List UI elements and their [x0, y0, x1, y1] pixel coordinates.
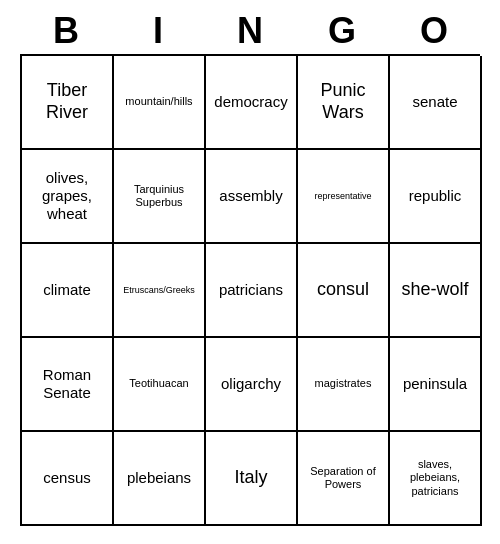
bingo-letter-o: O	[388, 10, 480, 52]
cell-2-3: consul	[298, 244, 390, 338]
cell-4-2: Italy	[206, 432, 298, 526]
cell-4-3: Separation of Powers	[298, 432, 390, 526]
cell-2-2: patricians	[206, 244, 298, 338]
cell-4-1: plebeians	[114, 432, 206, 526]
bingo-letter-n: N	[204, 10, 296, 52]
cell-1-4: republic	[390, 150, 482, 244]
cell-0-2: democracy	[206, 56, 298, 150]
cell-0-0: Tiber River	[22, 56, 114, 150]
cell-3-4: peninsula	[390, 338, 482, 432]
cell-2-4: she-wolf	[390, 244, 482, 338]
cell-1-0: olives, grapes, wheat	[22, 150, 114, 244]
cell-4-0: census	[22, 432, 114, 526]
cell-0-4: senate	[390, 56, 482, 150]
cell-1-1: Tarquinius Superbus	[114, 150, 206, 244]
cell-0-3: Punic Wars	[298, 56, 390, 150]
cell-1-2: assembly	[206, 150, 298, 244]
cell-2-1: Etruscans/Greeks	[114, 244, 206, 338]
cell-0-1: mountain/hills	[114, 56, 206, 150]
bingo-letter-i: I	[112, 10, 204, 52]
cell-1-3: representative	[298, 150, 390, 244]
cell-3-0: Roman Senate	[22, 338, 114, 432]
cell-2-0: climate	[22, 244, 114, 338]
cell-3-3: magistrates	[298, 338, 390, 432]
bingo-letter-b: B	[20, 10, 112, 52]
bingo-letter-g: G	[296, 10, 388, 52]
bingo-header: BINGO	[20, 10, 480, 52]
cell-3-1: Teotihuacan	[114, 338, 206, 432]
bingo-grid: Tiber Rivermountain/hillsdemocracyPunic …	[20, 54, 480, 526]
cell-3-2: oligarchy	[206, 338, 298, 432]
cell-4-4: slaves, plebeians, patricians	[390, 432, 482, 526]
